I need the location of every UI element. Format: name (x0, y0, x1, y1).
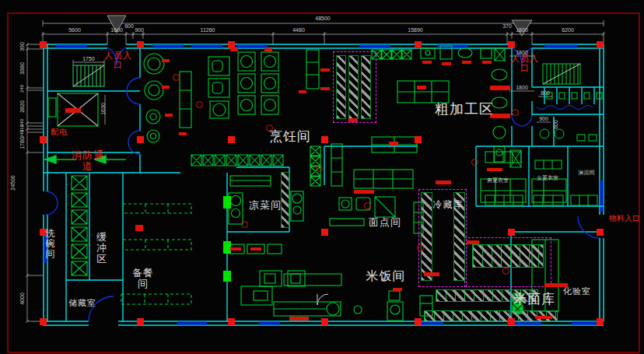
ref-bubble (364, 202, 371, 209)
equipment-tag (482, 61, 492, 64)
equipment-tag (264, 48, 272, 51)
dim-stair: 1750 (82, 56, 95, 61)
column (228, 41, 235, 48)
column (597, 318, 604, 325)
column (508, 318, 515, 325)
equipment-tag (162, 59, 170, 62)
dim-left-2: 240 (19, 85, 24, 93)
column (415, 41, 422, 48)
stairs-left (73, 65, 104, 86)
room-label-rough-processing: 粗加工区 (414, 102, 515, 117)
column (597, 229, 604, 236)
ref-bubble (471, 159, 478, 166)
equipment-tag (487, 168, 502, 171)
ref-bubble (241, 221, 248, 228)
pass-window (223, 196, 231, 209)
equipment-tag (422, 61, 432, 64)
equipment-tag (417, 86, 426, 89)
dim-room-w: 900 (539, 116, 548, 121)
equipment-tag (179, 132, 187, 135)
dim-left-8: 4000 (19, 293, 25, 305)
equipment-tag (436, 181, 451, 184)
dim-stall: 800 (541, 90, 550, 96)
cold-dish-equipment (229, 176, 303, 254)
equipment-tag (442, 62, 451, 65)
dim-top-3: 900 (135, 27, 144, 33)
dim-top-2: 600 (124, 23, 134, 29)
room-label-buffer: 缓冲区 (96, 232, 108, 265)
dim-overall-height: 24500 (10, 175, 16, 190)
column (40, 41, 47, 48)
room-label-rice: 米饭间 (347, 269, 425, 282)
column (40, 318, 47, 325)
equipment-tag (348, 118, 358, 122)
shelf-hatch (348, 55, 359, 119)
room-label-women-changing: 女更衣室 (532, 175, 563, 181)
column (137, 136, 144, 143)
equipment-tag (162, 86, 170, 89)
equipment-tag (467, 240, 479, 244)
equipment-tag (393, 288, 402, 291)
equipment-tag (490, 86, 510, 90)
equipment-tag (65, 108, 81, 113)
ref-bubble (417, 244, 424, 251)
sign-material-entrance: 物料入口 (605, 215, 644, 223)
column (137, 41, 144, 48)
room-label-lab: 化验室 (558, 287, 596, 296)
equipment-tag (230, 247, 241, 251)
dim-top-7: 370 (502, 23, 512, 29)
dim-elevator: 1630 (100, 103, 106, 115)
equipment-tag (230, 48, 238, 51)
column (415, 136, 422, 143)
room-label-shower: 淋浴间 (574, 170, 599, 176)
column (40, 136, 47, 143)
column (508, 41, 515, 48)
cad-floorplan-screenshot: 48500 5600 1600 600 900 11260 4480 15890… (0, 0, 644, 354)
dim-left-7: 1780 (19, 137, 25, 149)
pass-window (223, 271, 231, 282)
dim-top-4: 11260 (201, 27, 215, 33)
dim-top-9: 6200 (562, 27, 574, 33)
dishwashing-racks (72, 176, 87, 275)
sign-fire-passage: 消防通道 (70, 150, 106, 172)
sign-personnel-entrance-right: 人员入口 (511, 54, 539, 73)
room-label-storage: 储藏室 (64, 299, 101, 308)
dim-top-6: 15890 (408, 27, 422, 33)
column (228, 136, 235, 143)
dim-overall-width: 48500 (315, 16, 330, 21)
equipment-tag (320, 68, 330, 72)
column (597, 41, 604, 48)
room-label-dish-washing: 洗碗间 (44, 229, 57, 259)
shelf-hatch (361, 55, 371, 119)
column (508, 229, 515, 236)
room-label-cooking: 烹饪间 (247, 130, 333, 144)
column (321, 229, 328, 236)
dim-top-8: 1800 (516, 27, 528, 33)
sign-power-room: 配电 (48, 128, 70, 137)
room-label-food-prep: 备餐间 (131, 268, 156, 289)
equipment-tag (299, 90, 306, 93)
column (228, 318, 235, 325)
equipment-tag (135, 225, 143, 231)
dim-left-1: 3380 (19, 62, 25, 75)
room-label-men-changing: 男更衣室 (482, 177, 513, 184)
ref-bubble (196, 101, 203, 108)
dim-left-0: 390 (19, 42, 25, 51)
dim-top-1: 1600 (110, 27, 123, 33)
column (137, 318, 144, 325)
column (321, 318, 328, 325)
dim-door-w: 600 (553, 120, 558, 129)
room-label-cold-dish: 凉菜间 (238, 200, 292, 211)
ref-bubble (316, 165, 323, 172)
equipment-tag (424, 272, 439, 276)
equipment-tag (250, 247, 261, 251)
equipment-tag (462, 61, 471, 64)
dim-top-0: 5600 (68, 27, 81, 33)
ref-bubble (502, 268, 509, 275)
equipment-tag (535, 316, 552, 319)
room-label-pastry: 面点间 (358, 217, 412, 228)
equipment-tag (320, 87, 330, 90)
sign-personnel-entrance-left: 人员入口 (104, 51, 132, 70)
equipment-tag (165, 114, 173, 117)
shelf-hatch-grid (472, 244, 544, 268)
